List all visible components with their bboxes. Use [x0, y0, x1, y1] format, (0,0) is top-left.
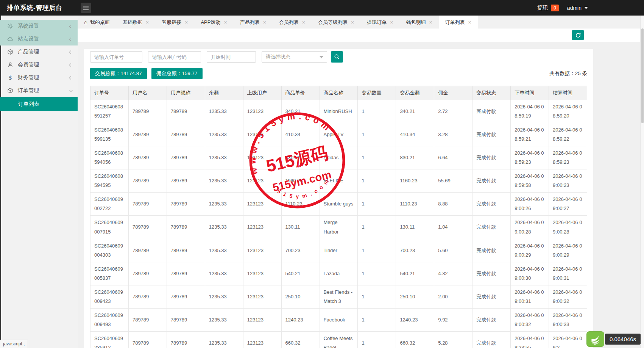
- sidebar: 系统设置 站点设置 产品管理 会员管理 $ 财务管理 订单管理 订单列表: [0, 16, 78, 348]
- withdraw-badge: 0: [551, 5, 559, 11]
- user-icon: [7, 62, 13, 68]
- hamburger-menu-icon[interactable]: [81, 3, 91, 13]
- table-cell: 1: [358, 262, 396, 285]
- table-cell: 9.92: [434, 308, 472, 331]
- table-cell: SC26040608594056: [90, 146, 129, 169]
- sidebar-item-4[interactable]: $ 财务管理: [0, 71, 78, 84]
- table-cell: 123123: [243, 169, 281, 193]
- table-cell: 1235.33: [205, 308, 243, 331]
- table-cell: 540.21: [396, 262, 434, 285]
- table-cell: 130.11: [396, 216, 434, 239]
- table-cell: 2.72: [434, 100, 472, 123]
- tab-5[interactable]: ⌂ 会员列表 ×: [273, 16, 312, 29]
- tab-close-icon[interactable]: ×: [146, 19, 149, 25]
- table-cell: SC26040609235912: [90, 331, 129, 348]
- table-cell: 340.21: [281, 100, 320, 123]
- table-cell: 1240.23: [396, 308, 434, 331]
- sidebar-subitem[interactable]: 订单列表: [0, 97, 78, 111]
- chevron-down-icon: [320, 56, 323, 58]
- table-cell: 2026-04-06 09:00:30: [511, 262, 549, 285]
- vertical-scrollbar[interactable]: [640, 16, 644, 348]
- tab-0[interactable]: ⌂ 我的桌面: [78, 16, 116, 29]
- sidebar-item-0[interactable]: 系统设置: [0, 20, 78, 33]
- table-row: SC260406090094237897897897891235.3312312…: [90, 285, 587, 308]
- table-cell: 2026-04-06 09:2: [549, 331, 587, 348]
- search-icon: [334, 54, 340, 60]
- user-number-input[interactable]: [148, 51, 201, 63]
- tab-2[interactable]: ⌂ 客服链接 ×: [155, 16, 194, 29]
- table-row: SC260406090094937897897897891235.3312312…: [90, 308, 587, 331]
- table-cell: 789789: [167, 331, 205, 348]
- tab-close-icon[interactable]: ×: [390, 19, 393, 25]
- scrollbar-thumb[interactable]: [641, 28, 644, 123]
- column-header: 余额: [205, 86, 243, 100]
- chevron-icon: [69, 50, 73, 54]
- tab-close-icon[interactable]: ×: [302, 19, 305, 25]
- search-form: 请选择状态: [90, 51, 587, 63]
- tab-close-icon[interactable]: ×: [224, 19, 227, 25]
- table-cell: 2026-04-06 09:00:28: [511, 216, 549, 239]
- total-commission-badge[interactable]: 佣金总额：159.77: [151, 68, 203, 79]
- table-cell: 完成付款: [472, 193, 511, 216]
- table-cell: 2026-04-06 09:00:26: [511, 193, 549, 216]
- sidebar-item-5[interactable]: 订单管理: [0, 84, 78, 97]
- start-time-input[interactable]: [207, 51, 256, 63]
- table-cell: 789789: [128, 331, 167, 348]
- table-cell: 2026-04-06 09:00:27: [549, 193, 587, 216]
- table-cell: 1235.33: [205, 285, 243, 308]
- table-cell: 700.23: [396, 239, 434, 262]
- tab-close-icon[interactable]: ×: [468, 19, 471, 25]
- table-cell: 1235.33: [205, 100, 243, 123]
- gear-icon: [7, 23, 13, 30]
- cube-icon: [7, 88, 13, 94]
- table-cell: 1: [358, 146, 396, 169]
- top-header: 排单系统-管理后台 提现 0 admin: [0, 0, 644, 16]
- app-title: 排单系统-管理后台: [0, 3, 62, 12]
- tab-4[interactable]: ⌂ 产品列表 ×: [234, 16, 273, 29]
- order-number-input[interactable]: [90, 51, 142, 63]
- table-cell: 1: [358, 216, 396, 239]
- tab-close-icon[interactable]: ×: [185, 19, 188, 25]
- tab-1[interactable]: ⌂ 基础数据 ×: [116, 16, 155, 29]
- table-cell: 789789: [128, 216, 167, 239]
- sidebar-item-2[interactable]: 产品管理: [0, 45, 78, 58]
- status-select[interactable]: 请选择状态: [262, 51, 327, 63]
- order-list-panel: 请选择状态 交易总额：14174.87 佣金总额：159.77 共有数据：25 …: [84, 49, 593, 348]
- withdraw-link[interactable]: 提现 0: [537, 5, 559, 11]
- tab-9[interactable]: ⌂ 订单列表 ×: [439, 16, 478, 29]
- table-cell: 1: [358, 239, 396, 262]
- tab-3[interactable]: ⌂ APP滚动 ×: [194, 16, 233, 29]
- tab-8[interactable]: ⌂ 钱包明细 ×: [399, 16, 438, 29]
- tab-close-icon[interactable]: ×: [263, 19, 266, 25]
- table-cell: 2026-04-06 09:00:29: [511, 239, 549, 262]
- username: admin: [567, 5, 582, 11]
- table-cell: 2026-04-06 09:00:32: [549, 285, 587, 308]
- table-cell: 789789: [128, 123, 167, 146]
- sidebar-item-3[interactable]: 会员管理: [0, 58, 78, 71]
- tab-6[interactable]: ⌂ 会员等级列表 ×: [312, 16, 360, 29]
- table-cell: 完成付款: [472, 146, 511, 169]
- table-cell: 123123: [243, 262, 281, 285]
- table-cell: 完成付款: [472, 169, 511, 193]
- table-cell: 1160.23: [281, 169, 320, 193]
- column-header: 上级用户: [243, 86, 281, 100]
- table-cell: SC26040609007915: [90, 216, 129, 239]
- table-cell: 660.32: [396, 331, 434, 348]
- table-cell: 4.32: [434, 262, 472, 285]
- table-cell: 1235.33: [205, 169, 243, 193]
- table-cell: 789789: [167, 239, 205, 262]
- table-cell: 130.11: [281, 216, 320, 239]
- refresh-button[interactable]: [572, 30, 584, 40]
- search-button[interactable]: [331, 51, 343, 63]
- tab-close-icon[interactable]: ×: [351, 19, 354, 25]
- user-menu[interactable]: admin: [567, 5, 588, 11]
- thinkphp-logo-icon[interactable]: [586, 331, 604, 347]
- table-cell: 2026-04-06 09:23:55: [511, 331, 549, 348]
- table-cell: 410.34: [396, 123, 434, 146]
- tab-7[interactable]: ⌂ 提现订单 ×: [360, 16, 399, 29]
- tab-close-icon[interactable]: ×: [429, 19, 432, 25]
- table-cell: ELELIVE: [320, 169, 358, 193]
- withdraw-label: 提现: [537, 5, 548, 11]
- total-trade-badge[interactable]: 交易总额：14174.87: [90, 68, 147, 79]
- sidebar-item-1[interactable]: 站点设置: [0, 33, 78, 45]
